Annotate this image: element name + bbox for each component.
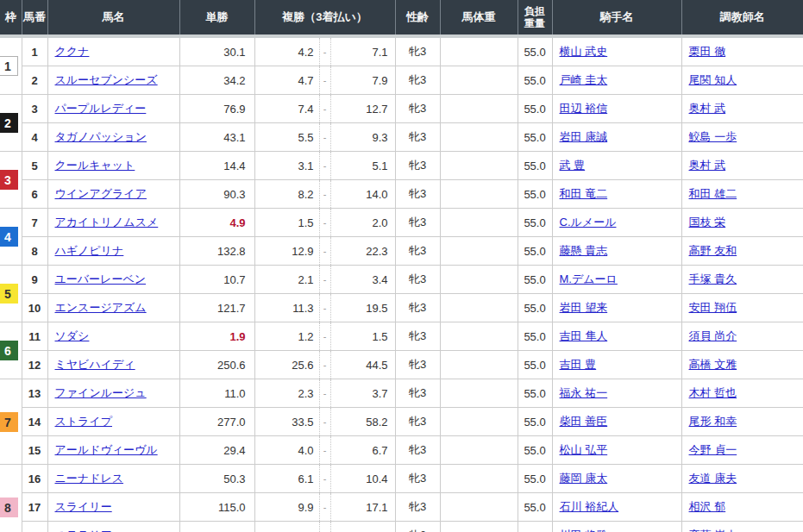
jockey-link[interactable]: 石川 裕紀人 (560, 500, 619, 513)
trainer-link[interactable]: 木村 哲也 (689, 386, 737, 399)
place-odds-separator: - (319, 408, 330, 436)
horse-name-link[interactable]: ミヤビハイディ (55, 358, 135, 371)
trainer-cell: 栗田 徹 (681, 36, 803, 66)
horse-number: 17 (22, 493, 47, 522)
place-odds-low: 9.9 (254, 493, 319, 522)
sex-age: 牝3 (395, 322, 440, 351)
jockey-cell: 横山 武史 (552, 36, 681, 66)
horse-name-link[interactable]: アカイトリノムスメ (55, 216, 159, 228)
place-odds-high: 2.0 (330, 209, 395, 237)
horse-name-link[interactable]: ニーナドレス (55, 472, 124, 485)
place-odds-low: 2.3 (254, 379, 319, 408)
jockey-link[interactable]: 藤懸 貴志 (560, 244, 608, 257)
horse-name-cell: スルーセブンシーズ (47, 66, 179, 95)
trainer-cell: 須貝 尚介 (681, 322, 803, 351)
place-odds-separator: - (319, 209, 330, 237)
horse-weight (440, 294, 518, 322)
trainer-link[interactable]: 今野 貞一 (689, 443, 737, 456)
jockey-link[interactable]: 岩田 康誠 (560, 130, 608, 143)
trainer-cell: 安田 翔伍 (681, 294, 803, 322)
horse-name-link[interactable]: クールキャット (55, 159, 135, 172)
sex-age: 牝3 (395, 66, 440, 95)
trainer-link[interactable]: 栗田 徹 (689, 45, 726, 58)
horse-name-link[interactable]: ハギノピリナ (55, 244, 124, 257)
horse-name-link[interactable]: アールドヴィーヴル (55, 443, 158, 456)
place-odds-low: 3.1 (254, 152, 319, 180)
place-odds-low: 4.7 (254, 66, 319, 95)
horse-name-link[interactable]: ククナ (55, 45, 90, 58)
horse-name-link[interactable]: ストライプ (55, 415, 113, 428)
horse-name-cell: ソダシ (47, 322, 179, 351)
horse-name-link[interactable]: エンスージアズム (55, 301, 147, 314)
jockey-link[interactable]: 吉田 隼人 (560, 329, 608, 342)
jockey-link[interactable]: 横山 武史 (560, 45, 608, 58)
jockey-cell: 柴田 善臣 (552, 408, 681, 436)
trainer-link[interactable]: 須貝 尚介 (689, 329, 737, 342)
jockey-link[interactable]: M.デムーロ (560, 272, 618, 285)
jockey-link[interactable]: 柴田 善臣 (560, 415, 608, 428)
frame-cell: 2 (0, 95, 22, 152)
trainer-link[interactable]: 奥村 武 (689, 159, 726, 172)
place-odds-high: 4.6 (330, 522, 395, 532)
place-odds-low: 4.0 (254, 436, 319, 465)
place-odds-high: 1.5 (330, 322, 395, 351)
horse-name-link[interactable]: ファインルージュ (55, 386, 147, 399)
horse-name-link[interactable]: パープルレディー (55, 102, 147, 115)
horse-name-cell: ニーナドレス (47, 465, 179, 493)
horse-name-link[interactable]: ソダシ (55, 329, 90, 342)
frame-badge: 1 (0, 56, 18, 76)
table-row: 17 スライリー 115.0 9.9 - 17.1 牝3 55.0 石川 裕紀人… (0, 493, 803, 522)
table-row: 11 ククナ 30.1 4.2 - 7.1 牝3 55.0 横山 武史 栗田 徹 (0, 36, 803, 66)
horse-name-link[interactable]: スルーセブンシーズ (55, 73, 158, 86)
jockey-link[interactable]: 藤岡 康太 (560, 472, 608, 485)
table-row: 18 ステラリア 13.2 2.8 - 4.6 牝3 55.0 川田 将雅 斉藤… (0, 522, 803, 532)
win-odds: 34.2 (179, 66, 254, 95)
trainer-link[interactable]: 手塚 貴久 (689, 272, 737, 285)
jockey-link[interactable]: 福永 祐一 (560, 386, 608, 399)
trainer-link[interactable]: 友道 康夫 (689, 472, 737, 485)
jockey-link[interactable]: C.ルメール (560, 216, 617, 228)
horse-name-cell: アカイトリノムスメ (47, 209, 179, 237)
jockey-link[interactable]: 和田 竜二 (560, 187, 608, 200)
horse-name-link[interactable]: スライリー (55, 500, 112, 513)
win-odds: 29.4 (179, 436, 254, 465)
place-odds-high: 7.1 (330, 36, 395, 66)
trainer-link[interactable]: 相沢 郁 (689, 500, 726, 513)
sex-age: 牝3 (395, 493, 440, 522)
horse-name-link[interactable]: タガノパッション (55, 130, 147, 143)
trainer-cell: 手塚 貴久 (681, 266, 803, 294)
trainer-link[interactable]: 尾形 和幸 (689, 415, 737, 428)
jockey-link[interactable]: 吉田 豊 (560, 358, 597, 371)
trainer-link[interactable]: 高橋 文雅 (689, 358, 737, 371)
horse-name-link[interactable]: ステラリア (55, 529, 113, 532)
header-horse-name: 馬名 (47, 0, 179, 36)
trainer-link[interactable]: 和田 雄二 (689, 187, 737, 200)
carried-weight: 55.0 (518, 36, 552, 66)
trainer-link[interactable]: 斉藤 崇史 (689, 529, 737, 532)
horse-number: 2 (22, 66, 47, 95)
jockey-link[interactable]: 岩田 望来 (560, 301, 608, 314)
jockey-link[interactable]: 田辺 裕信 (560, 102, 608, 115)
trainer-link[interactable]: 安田 翔伍 (689, 301, 737, 314)
jockey-link[interactable]: 松山 弘平 (560, 443, 608, 456)
trainer-link[interactable]: 奥村 武 (689, 102, 726, 115)
jockey-link[interactable]: 戸崎 圭太 (560, 73, 608, 86)
sex-age: 牝3 (395, 152, 440, 180)
horse-weight (440, 266, 518, 294)
horse-name-link[interactable]: ユーバーレーベン (55, 272, 147, 285)
trainer-cell: 今野 貞一 (681, 436, 803, 465)
trainer-link[interactable]: 国枝 栄 (689, 216, 726, 228)
place-odds-separator: - (319, 152, 330, 180)
carried-weight: 55.0 (518, 180, 552, 209)
trainer-link[interactable]: 鮫島 一歩 (689, 130, 737, 143)
trainer-link[interactable]: 高野 友和 (689, 244, 737, 257)
win-odds: 115.0 (179, 493, 254, 522)
frame-cell: 5 (0, 266, 22, 322)
trainer-link[interactable]: 尾関 知人 (689, 73, 737, 86)
horse-name-link[interactable]: ウインアグライア (55, 187, 147, 200)
jockey-link[interactable]: 武 豊 (560, 159, 586, 172)
jockey-link[interactable]: 川田 将雅 (560, 529, 608, 532)
jockey-cell: 川田 将雅 (552, 522, 681, 532)
horse-name-cell: エンスージアズム (47, 294, 179, 322)
win-odds: 277.0 (179, 408, 254, 436)
